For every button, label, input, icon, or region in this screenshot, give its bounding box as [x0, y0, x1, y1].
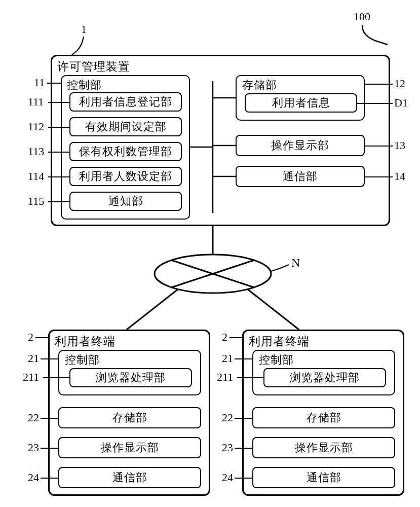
svg-point-6 [155, 255, 271, 293]
ref-211-right: 211 [217, 371, 233, 384]
ref-24-right: 24 [222, 471, 233, 484]
ref-24-left: 24 [28, 471, 39, 484]
ref-system: 100 [354, 10, 370, 23]
ref-23-right: 23 [222, 441, 233, 454]
title-term-right-control: 控制部 [259, 352, 294, 368]
item-usercount: 利用者人数设定部 [69, 167, 182, 186]
ref-22-right: 22 [222, 411, 233, 424]
ref-21-left: 21 [28, 352, 39, 365]
ref-114: 114 [28, 170, 44, 183]
title-term-left-control: 控制部 [65, 352, 100, 368]
svg-line-10 [247, 289, 299, 330]
ref-113: 113 [28, 145, 44, 158]
ref-server: 1 [81, 23, 87, 36]
ref-12: 12 [394, 77, 405, 90]
ref-2-right: 2 [222, 331, 227, 344]
item-term-left-browser: 浏览器处理部 [69, 368, 192, 387]
item-notify: 通知部 [69, 192, 182, 211]
ref-111: 111 [28, 95, 44, 108]
ref-112: 112 [28, 120, 44, 133]
ref-d1: D1 [394, 96, 408, 110]
item-rights: 保有权利数管理部 [69, 142, 182, 161]
item-server-display: 操作显示部 [236, 135, 365, 156]
ref-14: 14 [394, 170, 405, 183]
item-userinfo: 利用者信息 [245, 93, 357, 113]
item-term-left-comm: 通信部 [58, 467, 201, 488]
ref-115: 115 [28, 195, 44, 208]
ref-23-left: 23 [28, 441, 39, 454]
item-validity: 有效期间设定部 [69, 117, 182, 136]
item-user-reg: 利用者信息登记部 [69, 92, 182, 112]
item-term-right-storage: 存储部 [252, 407, 395, 428]
item-term-right-browser: 浏览器处理部 [263, 368, 386, 387]
svg-line-9 [127, 289, 178, 330]
svg-line-7 [171, 260, 254, 287]
svg-line-8 [171, 260, 254, 287]
ref-11: 11 [34, 76, 45, 89]
item-term-right-display: 操作显示部 [252, 437, 395, 458]
item-term-left-display: 操作显示部 [58, 437, 201, 458]
ref-network: N [291, 256, 300, 270]
item-term-left-storage: 存储部 [58, 407, 201, 428]
ref-13: 13 [394, 139, 405, 152]
item-server-comm: 通信部 [236, 166, 365, 187]
item-term-right-comm: 通信部 [252, 467, 395, 488]
ref-22-left: 22 [28, 411, 39, 424]
ref-211-left: 211 [23, 371, 39, 384]
title-server: 许可管理装置 [57, 59, 130, 75]
title-server-control: 控制部 [67, 78, 102, 93]
title-terminal-left: 利用者终端 [55, 334, 116, 349]
title-terminal-right: 利用者终端 [249, 334, 310, 349]
ref-2-left: 2 [28, 331, 33, 344]
ref-21-right: 21 [222, 352, 233, 365]
title-server-storage: 存储部 [242, 78, 277, 93]
